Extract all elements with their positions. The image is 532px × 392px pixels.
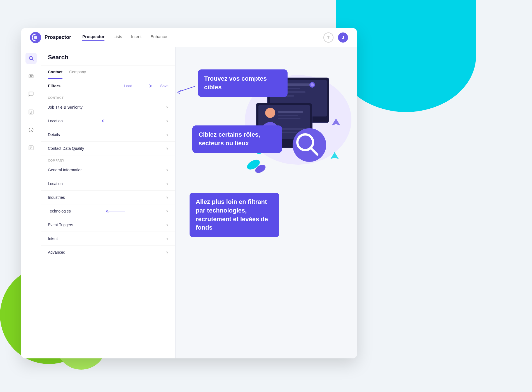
- chevron-icon: ∨: [166, 209, 169, 213]
- chevron-icon: ∨: [166, 146, 169, 150]
- svg-point-2: [29, 56, 32, 60]
- chevron-icon: ∨: [166, 119, 169, 123]
- app-logo: [30, 32, 41, 43]
- filters-label: Filters: [48, 83, 120, 88]
- sidebar-icon-chat[interactable]: [25, 88, 37, 100]
- sidebar-icon-history[interactable]: [25, 124, 37, 136]
- contact-section-label: Contact: [41, 93, 175, 101]
- filter-details-label: Details: [48, 132, 60, 137]
- svg-line-20: [178, 86, 195, 92]
- filter-event-triggers[interactable]: Event Triggers ∨: [41, 218, 175, 232]
- filter-location[interactable]: Location ∨: [41, 114, 175, 128]
- main-content: Search Contact Company Filters Load Save…: [21, 47, 357, 358]
- topbar-right: ? J: [323, 32, 348, 43]
- company-section-label: Company: [41, 155, 175, 163]
- user-avatar[interactable]: J: [338, 32, 348, 43]
- chevron-icon: ∨: [166, 195, 169, 199]
- tabs-bar: Contact Company: [41, 66, 175, 79]
- nav-prospector[interactable]: Prospector: [82, 34, 104, 41]
- main-window: Prospector Prospector Lists Intent Enhan…: [21, 28, 357, 358]
- sidebar-icon-card[interactable]: [25, 71, 37, 82]
- tab-contact[interactable]: Contact: [48, 66, 62, 79]
- icon-sidebar: [21, 47, 41, 358]
- nav-enhance[interactable]: Enhance: [151, 34, 167, 41]
- filter-company-location[interactable]: Location ∨: [41, 177, 175, 191]
- sidebar-icon-bookmark[interactable]: [25, 142, 37, 153]
- filter-general-info[interactable]: General Information ∨: [41, 163, 175, 177]
- svg-point-31: [265, 108, 275, 118]
- chevron-icon: ∨: [166, 133, 169, 137]
- svg-line-3: [32, 59, 33, 61]
- filters-row: Filters Load Save: [41, 79, 175, 93]
- filter-advanced[interactable]: Advanced ∨: [41, 246, 175, 259]
- help-button[interactable]: ?: [323, 32, 333, 43]
- app-title: Prospector: [45, 34, 71, 40]
- filter-event-triggers-label: Event Triggers: [48, 223, 73, 227]
- svg-rect-33: [278, 115, 298, 116]
- filter-company-location-label: Location: [48, 181, 63, 186]
- svg-rect-32: [278, 111, 303, 113]
- sidebar-icon-search[interactable]: [25, 53, 37, 64]
- filter-cdq-label: Contact Data Quality: [48, 146, 84, 151]
- filter-general-info-label: General Information: [48, 168, 83, 172]
- filter-location-label: Location: [48, 119, 63, 123]
- tooltip-target-roles: Ciblez certains rôles, secteurs ou lieux: [192, 125, 282, 153]
- filter-advanced-label: Advanced: [48, 250, 65, 255]
- tooltip-go-further: Allez plus loin en filtrant par technolo…: [190, 193, 279, 237]
- filter-intent[interactable]: Intent ∨: [41, 232, 175, 246]
- chevron-icon: ∨: [166, 237, 169, 241]
- filters-panel: Search Contact Company Filters Load Save…: [41, 47, 176, 358]
- arrow-decoration: [138, 84, 155, 88]
- chevron-icon: ∨: [166, 168, 169, 172]
- nav-lists[interactable]: Lists: [113, 34, 122, 41]
- filter-industries-label: Industries: [48, 195, 65, 200]
- svg-point-28: [311, 83, 314, 87]
- search-header: Search: [41, 47, 175, 66]
- chevron-icon: ∨: [166, 250, 169, 254]
- sidebar-icon-chart[interactable]: [25, 106, 37, 118]
- search-title: Search: [48, 54, 68, 61]
- filter-technologies-label: Technologies: [48, 209, 71, 213]
- load-button[interactable]: Load: [124, 84, 132, 88]
- location-arrow: [102, 119, 124, 123]
- filter-intent-label: Intent: [48, 236, 58, 241]
- tooltip-find-accounts: Trouvez vos comptes cibles: [198, 69, 288, 97]
- filter-technologies[interactable]: Technologies ∨: [41, 204, 175, 218]
- svg-rect-4: [29, 75, 33, 78]
- chevron-icon: ∨: [166, 105, 169, 109]
- filter-contact-data-quality[interactable]: Contact Data Quality ∨: [41, 142, 175, 155]
- svg-rect-34: [278, 118, 300, 119]
- filter-job-title[interactable]: Job Title & Seniority ∨: [41, 101, 175, 114]
- tab-company[interactable]: Company: [69, 66, 86, 79]
- topbar: Prospector Prospector Lists Intent Enhan…: [21, 28, 357, 47]
- nav-intent[interactable]: Intent: [131, 34, 142, 41]
- svg-point-1: [34, 36, 37, 39]
- filter-job-title-label: Job Title & Seniority: [48, 105, 83, 109]
- right-area: Trouvez vos comptes cibles Ciblez certai…: [176, 47, 357, 358]
- chevron-icon: ∨: [166, 223, 169, 227]
- svg-point-5: [30, 76, 31, 76]
- chevron-icon: ∨: [166, 182, 169, 186]
- filter-industries[interactable]: Industries ∨: [41, 191, 175, 204]
- help-icon: ?: [327, 35, 330, 40]
- bg-shape-cyan: [336, 0, 476, 112]
- save-button[interactable]: Save: [160, 84, 169, 88]
- arrow-tooltip-1: [176, 83, 198, 95]
- nav-links: Prospector Lists Intent Enhance: [82, 34, 323, 41]
- tech-arrow: [106, 209, 129, 213]
- filter-details[interactable]: Details ∨: [41, 128, 175, 142]
